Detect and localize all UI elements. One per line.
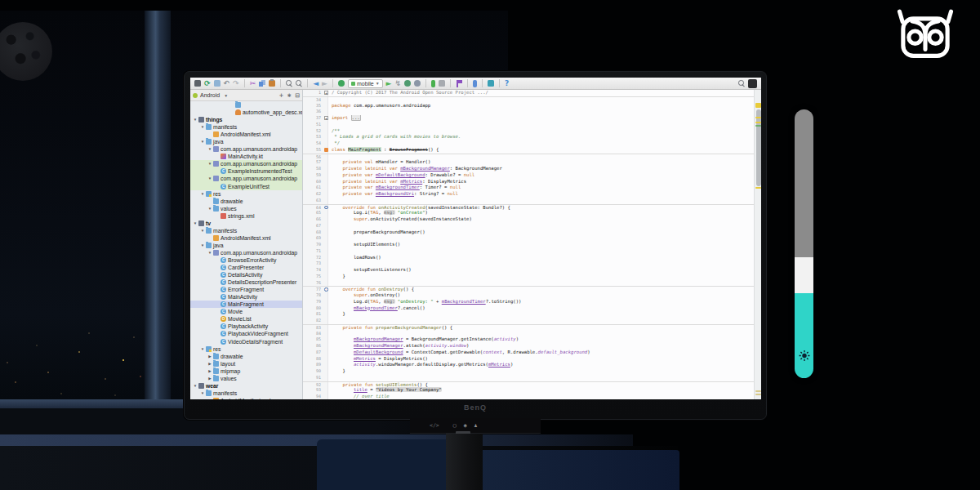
open-project-icon[interactable]: [214, 80, 220, 87]
help-icon[interactable]: ?: [505, 79, 509, 87]
code-editor[interactable]: 1+/ Copyright (C) 2017 The Android Open …: [303, 90, 754, 399]
fold-marker-icon[interactable]: +: [324, 91, 328, 95]
expand-arrow-icon[interactable]: ▶: [207, 375, 213, 382]
tree-item-browseerroractivity[interactable]: CBrowseErrorActivity: [190, 256, 302, 264]
tree-item-manifests[interactable]: ▼manifests: [190, 227, 302, 234]
build-icon[interactable]: [338, 80, 345, 87]
tree-item-com-app-umanusorn-androidap[interactable]: ▼com.app.umanusorn.androidap: [190, 145, 302, 153]
expand-arrow-icon[interactable]: ▼: [207, 249, 213, 256]
sync-icon[interactable]: ⟳: [204, 79, 211, 87]
error-stripe-mark[interactable]: [755, 187, 761, 189]
project-view-selector[interactable]: Android: [200, 92, 220, 98]
osd-button-2[interactable]: ◉: [464, 422, 467, 429]
error-stripe-mark[interactable]: [755, 125, 761, 127]
tree-item-things[interactable]: ▼things: [190, 116, 302, 123]
slider-track-middle[interactable]: [795, 257, 813, 293]
tree-item-automotive-app-desc-xml[interactable]: automotive_app_desc.xml: [190, 109, 302, 116]
error-stripe-mark[interactable]: [755, 103, 761, 108]
expand-arrow-icon[interactable]: ▼: [199, 138, 206, 145]
expand-arrow-icon[interactable]: ▼: [199, 123, 206, 131]
redo-icon[interactable]: ↷: [233, 79, 239, 87]
tree-item-com-app-umanusorn-androidap[interactable]: ▼com.app.umanusorn.androidap: [190, 249, 302, 256]
tree-item-manifests[interactable]: ▼manifests: [190, 390, 302, 397]
expand-arrow-icon[interactable]: ▼: [207, 175, 213, 182]
expand-arrow-icon[interactable]: ▼: [192, 382, 198, 390]
expand-arrow-icon[interactable]: ▶: [207, 360, 213, 368]
expand-arrow-icon[interactable]: ▼: [192, 220, 198, 227]
apply-changes-icon[interactable]: ↯: [395, 79, 402, 87]
chevron-down-icon[interactable]: ▼: [224, 93, 228, 98]
tree-item-cardpresenter[interactable]: CCardPresenter: [190, 264, 302, 271]
tree-item-errorfragment[interactable]: CErrorFragment: [190, 286, 302, 293]
expand-arrow-icon[interactable]: ▼: [199, 390, 206, 397]
tree-item-playbackvideofragment[interactable]: CPlaybackVideoFragment: [190, 330, 302, 337]
tree-item-values[interactable]: ▶values: [190, 375, 302, 382]
tree-item-tv[interactable]: ▼tv: [190, 220, 302, 227]
tree-item-wear[interactable]: ▼wear: [190, 382, 302, 390]
error-stripe-mark[interactable]: [755, 122, 761, 123]
tree-item-strings-xml[interactable]: strings.xml: [190, 212, 302, 220]
expand-arrow-icon[interactable]: ▼: [192, 116, 198, 123]
error-stripe-mark[interactable]: [755, 117, 761, 118]
editor-scrollbar[interactable]: [754, 90, 761, 399]
override-gutter-icon[interactable]: [324, 206, 328, 210]
expand-arrow-icon[interactable]: ▼: [199, 190, 206, 198]
profiler-icon[interactable]: [414, 80, 421, 87]
tree-item-playbackactivity[interactable]: CPlaybackActivity: [190, 323, 302, 330]
find-icon[interactable]: [286, 80, 292, 87]
expand-arrow-icon[interactable]: ▼: [199, 345, 206, 353]
tree-item-mainfragment[interactable]: CMainFragment: [190, 301, 302, 308]
tree-item-androidmanifest-xml[interactable]: AndroidManifest.xml: [190, 234, 302, 242]
add-icon[interactable]: +: [278, 92, 283, 99]
tree-item-androidmanifest-xml[interactable]: AndroidManifest.xml: [190, 131, 302, 138]
tree-item-com-app-umanusorn-androidap[interactable]: ▼com.app.umanusorn.androidap: [190, 160, 302, 167]
osd-button-3[interactable]: ♟: [474, 422, 478, 429]
error-stripe-mark[interactable]: [755, 394, 761, 395]
tree-item-movie[interactable]: CMovie: [190, 308, 302, 315]
run-config-select[interactable]: mobile▼: [348, 79, 383, 88]
override-gutter-icon[interactable]: [324, 287, 328, 292]
tree-item-mipmap[interactable]: ▶mipmap: [190, 368, 302, 375]
tree-item-androidmanifest-xml[interactable]: AndroidManifest.xml: [190, 397, 302, 399]
paste-icon[interactable]: [269, 80, 275, 87]
run-device-icon[interactable]: [431, 80, 435, 87]
undo-icon[interactable]: ↶: [224, 79, 230, 87]
slider-track-top[interactable]: [795, 109, 813, 257]
back-icon[interactable]: ◄: [313, 79, 318, 87]
expand-arrow-icon[interactable]: ▶: [207, 353, 213, 360]
tree-item-mainactivity[interactable]: CMainActivity: [190, 293, 302, 301]
tree-item-res[interactable]: ▼res: [190, 190, 302, 198]
replace-icon[interactable]: [296, 80, 302, 87]
error-stripe-mark[interactable]: [755, 390, 761, 392]
avd-manager-icon[interactable]: [473, 80, 477, 87]
tree-item-exampleunittest[interactable]: CExampleUnitTest: [190, 183, 302, 190]
tree-item-com-app-umanusorn-androidap[interactable]: ▼com.app.umanusorn.androidap: [190, 175, 302, 182]
expand-arrow-icon[interactable]: ▼: [207, 160, 213, 167]
expand-arrow-icon[interactable]: ▼: [207, 205, 213, 212]
tree-item-values[interactable]: ▼values: [190, 205, 302, 212]
tree-item-videodetailsfragment[interactable]: CVideoDetailsFragment: [190, 338, 302, 345]
tree-item-res[interactable]: ▼res: [190, 345, 302, 353]
window-mode-icon[interactable]: [748, 79, 757, 88]
expand-arrow-icon[interactable]: ▼: [207, 145, 213, 153]
expand-arrow-icon[interactable]: ▼: [199, 227, 206, 234]
tree-item-layout[interactable]: ▶layout: [190, 360, 302, 368]
copy-icon[interactable]: [259, 80, 265, 87]
expand-arrow-icon[interactable]: ▼: [199, 242, 206, 249]
osd-button-1[interactable]: ▢: [453, 422, 457, 429]
osd-code-icon[interactable]: </>: [430, 422, 439, 429]
collapse-icon[interactable]: ⊟: [295, 92, 300, 99]
run-icon[interactable]: ►: [386, 79, 392, 87]
tree-item-movielist[interactable]: OMovieList: [190, 315, 302, 323]
tree-item-java[interactable]: ▼java: [190, 138, 302, 145]
tree-item-mainactivity-kt[interactable]: MainActivity.kt: [190, 153, 302, 160]
debug-icon[interactable]: [404, 80, 411, 87]
tree-item-exampleinstrumentedtest[interactable]: CExampleInstrumentedTest: [190, 167, 302, 175]
brightness-slider[interactable]: [795, 109, 813, 378]
tree-item-detailsdescriptionpresenter[interactable]: CDetailsDescriptionPresenter: [190, 278, 302, 286]
tree-item-manifests[interactable]: ▼manifests: [190, 123, 302, 131]
tree-item-drawable[interactable]: ▶drawable: [190, 353, 302, 360]
save-icon[interactable]: [194, 80, 201, 87]
search-icon[interactable]: [738, 80, 745, 87]
tree-item-java[interactable]: ▼java: [190, 242, 302, 249]
